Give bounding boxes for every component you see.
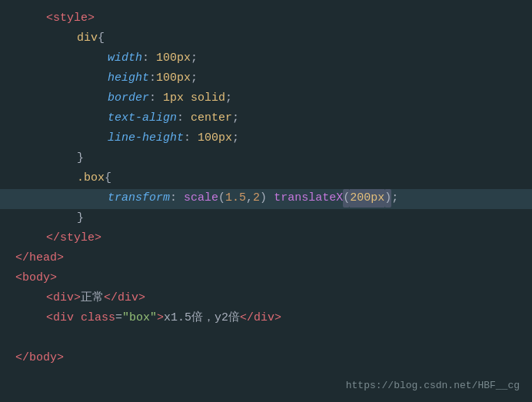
brace-open-box: { bbox=[105, 169, 111, 188]
code-line-1: <style> bbox=[15, 9, 532, 29]
prop-transform: transform bbox=[108, 189, 170, 208]
brace-close-div: } bbox=[77, 149, 84, 168]
text-normal: 正常 bbox=[81, 289, 104, 307]
bracket-close: ) bbox=[384, 189, 391, 208]
text-box: x1.5倍，y2倍 bbox=[164, 309, 240, 327]
code-line-10: transform: scale(1.5,2) translateX(200px… bbox=[0, 189, 532, 209]
code-line-17 bbox=[15, 329, 532, 349]
prop-border: border bbox=[108, 89, 149, 108]
code-line-15: <div>正常</div> bbox=[15, 289, 532, 309]
brace-open: { bbox=[98, 29, 105, 48]
code-line-3: width: 100px; bbox=[15, 49, 532, 69]
prop-width: width bbox=[108, 49, 142, 68]
fn-scale: scale bbox=[184, 189, 218, 208]
tag-style-open: <style> bbox=[46, 9, 95, 28]
code-line-12: </style> bbox=[15, 229, 532, 249]
code-line-7: line-height: 100px; bbox=[15, 129, 532, 149]
code-line-8: } bbox=[15, 149, 532, 169]
val-height: 100px bbox=[156, 69, 191, 88]
code-line-4: height:100px; bbox=[15, 69, 532, 89]
selector-div: div bbox=[77, 29, 98, 48]
val-scale-y: 2 bbox=[253, 189, 260, 208]
code-line-9: .box{ bbox=[15, 169, 532, 189]
tag-div-close: </div> bbox=[104, 289, 145, 307]
tag-body-open: <body> bbox=[15, 269, 57, 287]
code-line-6: text-align: center; bbox=[15, 109, 532, 129]
code-line-14: <body> bbox=[15, 269, 532, 289]
code-line-18: </body> bbox=[15, 349, 532, 369]
tag-head-close: </head> bbox=[15, 249, 64, 267]
prop-text-align: text-align bbox=[108, 109, 177, 128]
tag-div-open: <div> bbox=[46, 289, 81, 307]
fn-translatex: translateX bbox=[274, 189, 343, 208]
tag-div-box-open: <div bbox=[46, 309, 81, 327]
bracket-open: ( bbox=[343, 189, 350, 208]
code-line-13: </head> bbox=[15, 249, 532, 269]
code-line-16: <div class="box">x1.5倍，y2倍</div> bbox=[15, 309, 532, 329]
val-scale-x: 1.5 bbox=[225, 189, 246, 208]
val-width: 100px bbox=[156, 49, 191, 68]
brace-close-box: } bbox=[77, 209, 84, 228]
prop-height: height bbox=[108, 69, 149, 88]
val-line-height: 100px bbox=[198, 129, 232, 148]
attr-class: class bbox=[81, 309, 115, 327]
tag-style-close: </style> bbox=[46, 229, 101, 248]
tag-body-close: </body> bbox=[15, 349, 64, 367]
tag-div-box-close-bracket: > bbox=[157, 309, 164, 327]
code-line-2: div{ bbox=[15, 29, 532, 49]
prop-line-height: line-height bbox=[108, 129, 184, 148]
tag-div-box-close: </div> bbox=[240, 309, 281, 327]
attr-box-value: "box" bbox=[122, 309, 157, 327]
val-border: 1px solid bbox=[163, 89, 225, 108]
selector-box: .box bbox=[77, 169, 105, 188]
val-translatex: 200px bbox=[350, 189, 384, 208]
code-line-5: border: 1px solid; bbox=[15, 89, 532, 109]
code-editor: <style> div{ width: 100px; height:100px;… bbox=[0, 0, 532, 378]
val-text-align: center bbox=[191, 109, 232, 128]
footer-url: https://blog.csdn.net/HBF__cg bbox=[346, 378, 520, 394]
code-line-11: } bbox=[15, 209, 532, 229]
